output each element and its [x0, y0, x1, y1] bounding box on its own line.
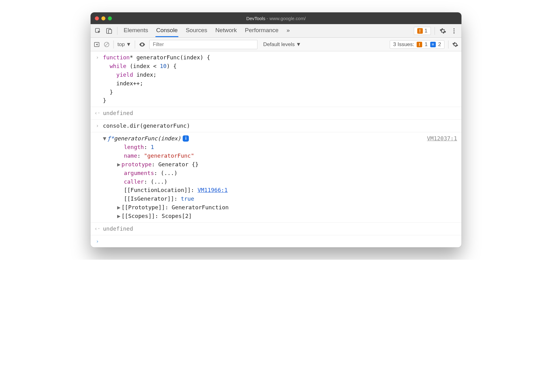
app-name: DevTools [246, 16, 265, 21]
issues-warn-count: 1 [425, 41, 427, 48]
prop-row[interactable]: [[IsGenerator]]: true [117, 194, 457, 203]
console-settings-gear-icon[interactable] [452, 41, 458, 48]
disclosure-triangle-closed-icon[interactable]: ▶ [117, 160, 121, 169]
panel-tabs: Elements Console Sources Network Perform… [123, 24, 291, 37]
disclosure-triangle-closed-icon[interactable]: ▶ [117, 203, 121, 212]
function-signature: generatorFunc(index) [114, 134, 181, 143]
info-icon: ≡ [430, 42, 436, 47]
prop-row[interactable]: arguments: (...) [117, 169, 457, 177]
warnings-count: 1 [425, 28, 427, 34]
prop-row[interactable]: ▶[[Scopes]]: Scopes[2] [117, 212, 457, 220]
more-menu-icon[interactable] [450, 27, 458, 35]
console-dir-row[interactable]: ▼ ƒ* generatorFunc(index) i VM12037:1 le… [91, 132, 461, 223]
main-tabbar: Elements Console Sources Network Perform… [91, 24, 461, 38]
warning-icon: ! [417, 42, 422, 47]
console-toolbar: top ▼ Default levels ▼ 3 Issues: ! 1 ≡ 2 [91, 38, 461, 51]
settings-gear-icon[interactable] [439, 27, 447, 35]
zoom-window-button[interactable] [108, 16, 112, 20]
console-output-row: ‹⋅ undefined [91, 223, 461, 235]
info-badge-icon[interactable]: i [183, 135, 189, 142]
warnings-button[interactable]: ! 1 [414, 27, 431, 35]
prop-row[interactable]: caller: (...) [117, 177, 457, 186]
window-controls [95, 16, 112, 20]
console-sidebar-toggle-icon[interactable] [94, 41, 100, 48]
minimize-window-button[interactable] [101, 16, 105, 20]
prop-row[interactable]: ▶[[Prototype]]: GeneratorFunction [117, 203, 457, 212]
input-chevron-icon: › [95, 121, 100, 130]
disclosure-triangle-open-icon[interactable]: ▼ [103, 134, 107, 143]
prop-row[interactable]: name: "generatorFunc" [117, 151, 457, 160]
context-label: top [117, 41, 125, 48]
svg-rect-2 [108, 29, 112, 33]
context-selector[interactable]: top ▼ [117, 41, 131, 48]
gutter-spacer [95, 134, 100, 135]
svg-point-5 [453, 32, 455, 33]
return-value: undefined [103, 109, 457, 117]
tab-console[interactable]: Console [155, 24, 178, 37]
object-properties: length: 1 name: "generatorFunc" ▶prototy… [103, 143, 457, 220]
warning-icon: ! [417, 28, 423, 34]
window-title: DevTools - www.google.com/ [91, 16, 461, 21]
svg-point-3 [453, 28, 455, 29]
source-location-link[interactable]: VM12037:1 [427, 134, 457, 143]
input-chevron-icon: › [95, 53, 100, 62]
prompt-chevron-icon: › [95, 237, 100, 245]
tab-elements[interactable]: Elements [123, 24, 149, 37]
output-chevron-icon: ‹⋅ [95, 109, 100, 117]
tab-sources[interactable]: Sources [185, 24, 208, 37]
clear-console-icon[interactable] [104, 41, 110, 48]
dropdown-triangle-icon: ▼ [126, 41, 131, 48]
dropdown-triangle-icon: ▼ [296, 41, 301, 48]
return-value: undefined [103, 224, 457, 233]
levels-label: Default levels [263, 41, 295, 48]
devtools-window: DevTools - www.google.com/ Elements Cons… [91, 12, 461, 247]
disclosure-triangle-closed-icon[interactable]: ▶ [117, 212, 121, 220]
device-toolbar-icon[interactable] [105, 27, 113, 35]
issues-label: 3 Issues: [393, 41, 414, 48]
prop-row[interactable]: ▶prototype: Generator {} [117, 160, 457, 169]
page-url: www.google.com/ [270, 16, 306, 21]
log-levels-selector[interactable]: Default levels ▼ [263, 41, 301, 48]
inspect-element-icon[interactable] [94, 27, 102, 35]
prop-row[interactable]: length: 1 [117, 143, 457, 151]
console-output-row: ‹⋅ undefined [91, 107, 461, 120]
code-line: console.dir(generatorFunc) [103, 121, 457, 130]
issues-button[interactable]: 3 Issues: ! 1 ≡ 2 [390, 40, 444, 49]
tabs-overflow[interactable]: » [286, 24, 291, 37]
console-input-row[interactable]: › console.dir(generatorFunc) [91, 120, 461, 132]
console-prompt[interactable]: › [91, 235, 461, 247]
tab-performance[interactable]: Performance [244, 24, 279, 37]
prop-row[interactable]: [[FunctionLocation]]: VM11966:1 [117, 186, 457, 194]
live-expression-eye-icon[interactable] [139, 41, 146, 48]
console-input-row[interactable]: › function* generatorFunc(index) { while… [91, 51, 461, 107]
issues-info-count: 2 [438, 41, 441, 48]
close-window-button[interactable] [95, 16, 99, 20]
tab-network[interactable]: Network [215, 24, 238, 37]
filter-input[interactable] [149, 40, 257, 49]
code-block: function* generatorFunc(index) { while (… [103, 53, 457, 105]
titlebar: DevTools - www.google.com/ [91, 12, 461, 24]
function-location-link[interactable]: VM11966:1 [197, 187, 228, 193]
output-chevron-icon: ‹⋅ [95, 224, 100, 233]
function-marker: ƒ* [107, 134, 114, 143]
svg-point-4 [453, 30, 455, 32]
console-output: › function* generatorFunc(index) { while… [91, 51, 461, 247]
